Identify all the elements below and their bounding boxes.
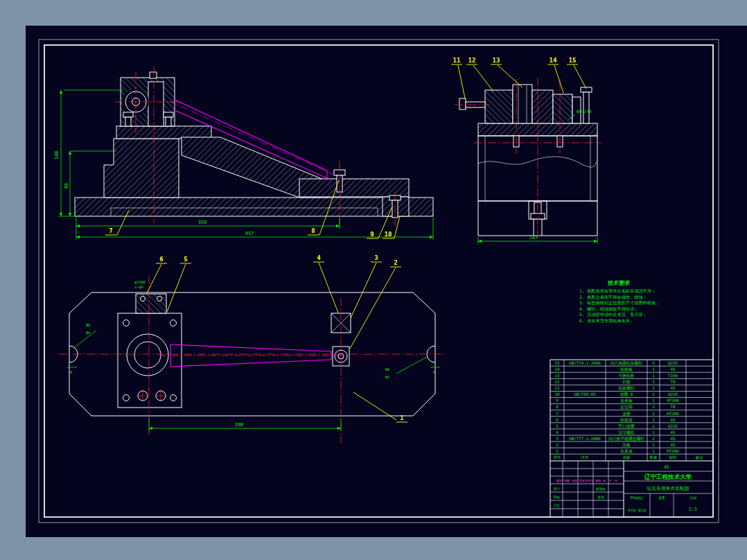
callout-6: 6 [159, 256, 163, 263]
bom-name: 钻套螺钉 [617, 385, 634, 391]
check-label: 审核 [553, 496, 560, 499]
school-name: 辽宁工程技术大学 [644, 473, 692, 480]
bom-name: 可换钻套 [618, 373, 634, 378]
bom-qty: 4 [652, 361, 655, 365]
bom-no: 13 [555, 374, 560, 378]
datum-right-bottom: B4 [385, 375, 389, 379]
dim-side-height: 148 [54, 151, 60, 160]
bom-no: 7 [556, 412, 559, 416]
bom-name: 定位销 [620, 404, 633, 410]
bom-material: Q235 [668, 392, 678, 396]
cad-viewport[interactable]: 148 86 359 457 7 8 9 10 [0, 0, 747, 560]
dim-notch-right: 8 [433, 370, 435, 374]
bom-qty: 1 [652, 386, 655, 390]
bom-no: 11 [555, 386, 560, 390]
bom-no: 4 [556, 430, 559, 435]
bom-material: T10A [668, 374, 678, 378]
bom-no: 2 [556, 443, 559, 447]
drawing-title: 钻孔专用夹具装配图 [646, 486, 689, 491]
bom-material: HT200 [667, 449, 679, 453]
material-value: 45 [664, 464, 669, 469]
bom-qty: 1 [652, 380, 655, 384]
bom-material: HT200 [667, 399, 679, 403]
process-label: 工艺 [553, 503, 560, 507]
notes-title: 技术要求 [607, 280, 630, 286]
bom-qty: 1 [652, 374, 655, 378]
bom-name: 压板 [622, 442, 631, 447]
bom-name: 活节螺栓 [618, 430, 634, 435]
bom-code: GB/T77.1-2000 [569, 437, 601, 441]
bom-material: T8 [671, 380, 676, 384]
bom-no: 9 [556, 399, 559, 403]
bom-no: 8 [556, 405, 559, 409]
bom-qty: 1 [652, 424, 655, 428]
bom-qty: 2 [652, 437, 655, 441]
bom-no: 6 [556, 418, 559, 422]
notes-line: 1. 装配前所有零件去毛刺并清洗干净； [579, 288, 656, 294]
callout-1: 1 [400, 414, 403, 421]
callout-5: 5 [184, 256, 187, 263]
notes-line: 2. 各配合表面不得有碰伤、锈蚀； [579, 295, 647, 300]
callout-2: 2 [394, 259, 397, 266]
bom-no: 14 [555, 367, 560, 371]
datum-right-top: B8 [385, 367, 389, 371]
bom-qty: 1 [652, 449, 655, 453]
bom-name: 垫圈 8 [620, 392, 633, 397]
bom-name: 支承板 [620, 398, 633, 403]
stage-label: 阶段标记 [631, 496, 644, 500]
bom-qty: 2 [652, 392, 655, 396]
dim-plan-span: 280 [235, 422, 244, 428]
bom-header-material: 材料 [669, 455, 677, 460]
bom-qty: 2 [652, 412, 655, 416]
notes-line: 3. 钻套轴线对定位面的尺寸按图样检验； [579, 300, 660, 306]
fit-label: 6H7/f6 [577, 109, 592, 114]
bom-material: 45 [671, 443, 676, 447]
datum-left-bottom: B4 [86, 331, 90, 335]
dim-section-width: 147 [529, 235, 538, 240]
dim-side-step: 86 [64, 183, 69, 189]
bom-no: 3 [556, 437, 559, 441]
scale-value: 1:1 [689, 507, 697, 512]
bom-material: T8 [671, 405, 676, 409]
bom-no: 5 [556, 424, 559, 428]
bom-no: 10 [555, 392, 560, 396]
bom-material: 45 [671, 367, 676, 371]
notes-line: 6. 本夹具为专用钻床夹具。 [579, 318, 634, 324]
bom-header-note: 备注 [696, 455, 703, 460]
datum-left-top: B8 [86, 323, 90, 327]
bom-qty: 1 [652, 443, 655, 447]
design-label: 设计 [553, 487, 560, 491]
bom-material: Q235 [668, 361, 678, 365]
bom-name: 内六角圆柱头螺钉 [610, 360, 643, 366]
bom-name: 开口垫圈 [618, 424, 634, 429]
bom-no: 1 [556, 449, 559, 453]
bom-qty: 2 [652, 405, 655, 409]
cad-background: 148 86 359 457 7 8 9 10 [0, 0, 747, 560]
bom-code: GB/T70.1-2000 [569, 361, 601, 365]
callout-15: 15 [569, 57, 577, 64]
dim-side-total: 457 [245, 231, 254, 236]
bom-header-name: 名称 [623, 455, 631, 460]
bom-name: 钻模板 [619, 367, 633, 372]
bom-name: 内六角平端紧定螺钉 [608, 436, 644, 441]
clamp-hole-note: φ22H8 [134, 280, 146, 285]
mass-label: 质量 [658, 496, 665, 500]
bom-qty: 1 [652, 399, 655, 403]
bom-name: 夹具体 [620, 449, 633, 454]
bom-code: GB/T95-85 [574, 392, 596, 396]
bom-qty: 1 [652, 367, 655, 371]
bom-no: 12 [555, 380, 560, 384]
notes-line: 4. 螺钉、销连接处不得松动； [579, 306, 638, 312]
callout-4: 4 [317, 254, 321, 261]
callout-8: 8 [311, 227, 315, 234]
bom-name: 铰链座 [619, 417, 633, 422]
bom-material: 45 [671, 386, 676, 390]
callout-14: 14 [550, 57, 557, 64]
bom-material: 45 [671, 430, 676, 435]
clamp-pins-note: 2-φ9 [134, 285, 143, 290]
callout-9: 9 [370, 231, 374, 238]
dim-notch-left: 8 [70, 370, 72, 374]
bom-header-no: 序号 [554, 455, 561, 460]
bom-name: 支脚 [622, 411, 631, 417]
bom-material: 45 [671, 437, 676, 441]
